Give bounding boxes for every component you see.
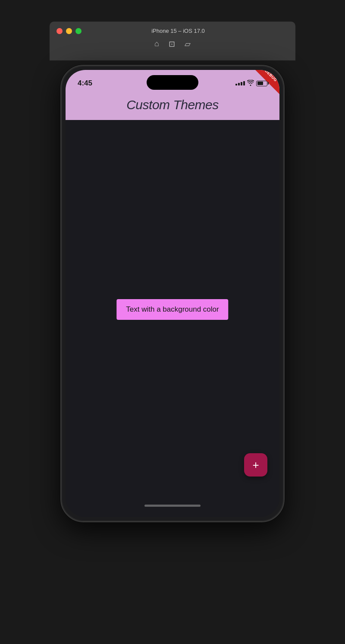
status-bar: 4:45: [66, 70, 279, 94]
status-time: 4:45: [78, 79, 92, 88]
dynamic-island: [147, 75, 198, 90]
bg-text-content: Text with a background color: [126, 305, 219, 313]
window-title: iPhone 15 – iOS 17.0: [85, 28, 271, 34]
status-header: 4:45: [66, 70, 279, 120]
traffic-lights: [56, 28, 82, 34]
home-indicator: [144, 505, 201, 507]
mute-button: [60, 126, 61, 142]
toolbar: ⌂ ⊡ ▱: [154, 37, 191, 53]
phone-screen: DEBUG 4:45: [66, 70, 279, 517]
rotate-icon[interactable]: ▱: [185, 39, 191, 49]
wifi-icon: [247, 80, 254, 87]
maximize-button[interactable]: [75, 28, 82, 34]
volume-down-button: [60, 188, 61, 218]
minimize-button[interactable]: [66, 28, 72, 34]
mac-title-bar: iPhone 15 – iOS 17.0 ⌂ ⊡ ▱: [50, 22, 295, 60]
main-content: Text with a background color +: [66, 120, 279, 511]
power-button: [284, 161, 285, 204]
close-button[interactable]: [56, 28, 63, 34]
home-icon[interactable]: ⌂: [154, 39, 159, 49]
battery-icon: [256, 81, 267, 86]
fab-plus-icon: +: [252, 459, 259, 470]
iphone-frame: DEBUG 4:45: [60, 65, 285, 522]
nav-title: Custom Themes: [66, 94, 279, 120]
bg-text-element: Text with a background color: [116, 299, 228, 320]
fab-button[interactable]: +: [244, 453, 267, 477]
signal-icon: [235, 81, 245, 85]
screenshot-icon[interactable]: ⊡: [169, 39, 175, 49]
status-right-icons: [235, 80, 267, 87]
volume-up-button: [60, 152, 61, 181]
